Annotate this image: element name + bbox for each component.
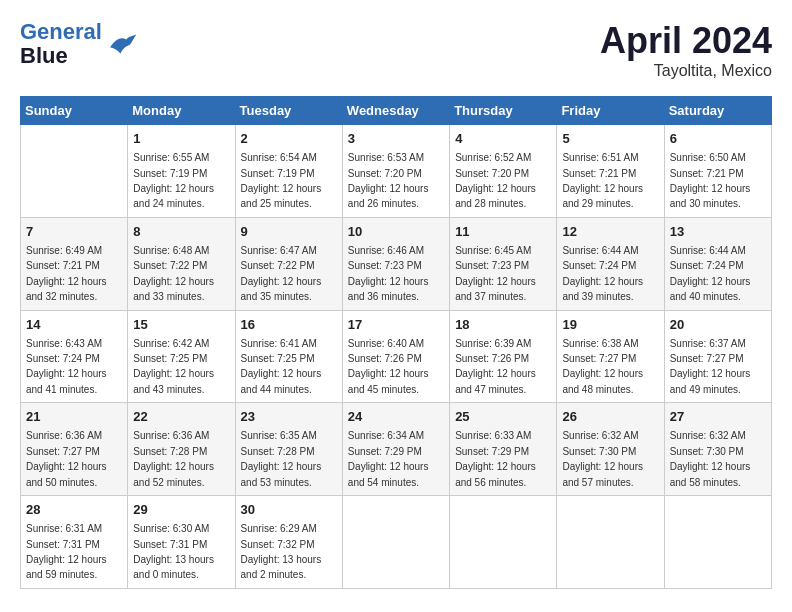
- day-info: Sunrise: 6:54 AM Sunset: 7:19 PM Dayligh…: [241, 152, 322, 209]
- logo-bird-icon: [106, 30, 138, 58]
- day-number: 13: [670, 223, 766, 241]
- calendar-cell: 17Sunrise: 6:40 AM Sunset: 7:26 PM Dayli…: [342, 310, 449, 403]
- calendar-cell: 19Sunrise: 6:38 AM Sunset: 7:27 PM Dayli…: [557, 310, 664, 403]
- page-header: GeneralBlue April 2024 Tayoltita, Mexico: [20, 20, 772, 80]
- day-number: 29: [133, 501, 229, 519]
- day-info: Sunrise: 6:44 AM Sunset: 7:24 PM Dayligh…: [562, 245, 643, 302]
- day-info: Sunrise: 6:43 AM Sunset: 7:24 PM Dayligh…: [26, 338, 107, 395]
- calendar-cell: [21, 125, 128, 218]
- day-number: 6: [670, 130, 766, 148]
- calendar-cell: 16Sunrise: 6:41 AM Sunset: 7:25 PM Dayli…: [235, 310, 342, 403]
- calendar-cell: 7Sunrise: 6:49 AM Sunset: 7:21 PM Daylig…: [21, 217, 128, 310]
- day-info: Sunrise: 6:51 AM Sunset: 7:21 PM Dayligh…: [562, 152, 643, 209]
- calendar-cell: 11Sunrise: 6:45 AM Sunset: 7:23 PM Dayli…: [450, 217, 557, 310]
- day-number: 11: [455, 223, 551, 241]
- week-row-2: 7Sunrise: 6:49 AM Sunset: 7:21 PM Daylig…: [21, 217, 772, 310]
- logo-text: GeneralBlue: [20, 20, 102, 68]
- day-info: Sunrise: 6:33 AM Sunset: 7:29 PM Dayligh…: [455, 430, 536, 487]
- day-info: Sunrise: 6:37 AM Sunset: 7:27 PM Dayligh…: [670, 338, 751, 395]
- calendar-cell: [450, 496, 557, 589]
- calendar-cell: 6Sunrise: 6:50 AM Sunset: 7:21 PM Daylig…: [664, 125, 771, 218]
- calendar-cell: 15Sunrise: 6:42 AM Sunset: 7:25 PM Dayli…: [128, 310, 235, 403]
- calendar-cell: 13Sunrise: 6:44 AM Sunset: 7:24 PM Dayli…: [664, 217, 771, 310]
- day-number: 19: [562, 316, 658, 334]
- day-number: 1: [133, 130, 229, 148]
- calendar-cell: 3Sunrise: 6:53 AM Sunset: 7:20 PM Daylig…: [342, 125, 449, 218]
- calendar-cell: 20Sunrise: 6:37 AM Sunset: 7:27 PM Dayli…: [664, 310, 771, 403]
- day-number: 9: [241, 223, 337, 241]
- day-info: Sunrise: 6:46 AM Sunset: 7:23 PM Dayligh…: [348, 245, 429, 302]
- col-header-saturday: Saturday: [664, 97, 771, 125]
- day-info: Sunrise: 6:38 AM Sunset: 7:27 PM Dayligh…: [562, 338, 643, 395]
- day-number: 3: [348, 130, 444, 148]
- day-info: Sunrise: 6:41 AM Sunset: 7:25 PM Dayligh…: [241, 338, 322, 395]
- calendar-table: SundayMondayTuesdayWednesdayThursdayFrid…: [20, 96, 772, 589]
- day-info: Sunrise: 6:32 AM Sunset: 7:30 PM Dayligh…: [670, 430, 751, 487]
- calendar-cell: 14Sunrise: 6:43 AM Sunset: 7:24 PM Dayli…: [21, 310, 128, 403]
- day-number: 10: [348, 223, 444, 241]
- day-number: 16: [241, 316, 337, 334]
- col-header-wednesday: Wednesday: [342, 97, 449, 125]
- calendar-cell: 23Sunrise: 6:35 AM Sunset: 7:28 PM Dayli…: [235, 403, 342, 496]
- week-row-1: 1Sunrise: 6:55 AM Sunset: 7:19 PM Daylig…: [21, 125, 772, 218]
- day-info: Sunrise: 6:40 AM Sunset: 7:26 PM Dayligh…: [348, 338, 429, 395]
- calendar-cell: 10Sunrise: 6:46 AM Sunset: 7:23 PM Dayli…: [342, 217, 449, 310]
- calendar-cell: 26Sunrise: 6:32 AM Sunset: 7:30 PM Dayli…: [557, 403, 664, 496]
- week-row-3: 14Sunrise: 6:43 AM Sunset: 7:24 PM Dayli…: [21, 310, 772, 403]
- calendar-cell: 9Sunrise: 6:47 AM Sunset: 7:22 PM Daylig…: [235, 217, 342, 310]
- calendar-cell: 5Sunrise: 6:51 AM Sunset: 7:21 PM Daylig…: [557, 125, 664, 218]
- day-number: 4: [455, 130, 551, 148]
- day-info: Sunrise: 6:49 AM Sunset: 7:21 PM Dayligh…: [26, 245, 107, 302]
- calendar-cell: 22Sunrise: 6:36 AM Sunset: 7:28 PM Dayli…: [128, 403, 235, 496]
- calendar-cell: 29Sunrise: 6:30 AM Sunset: 7:31 PM Dayli…: [128, 496, 235, 589]
- day-number: 8: [133, 223, 229, 241]
- day-info: Sunrise: 6:47 AM Sunset: 7:22 PM Dayligh…: [241, 245, 322, 302]
- day-number: 12: [562, 223, 658, 241]
- day-info: Sunrise: 6:42 AM Sunset: 7:25 PM Dayligh…: [133, 338, 214, 395]
- day-info: Sunrise: 6:39 AM Sunset: 7:26 PM Dayligh…: [455, 338, 536, 395]
- day-number: 23: [241, 408, 337, 426]
- logo: GeneralBlue: [20, 20, 138, 68]
- title-block: April 2024 Tayoltita, Mexico: [600, 20, 772, 80]
- calendar-cell: 30Sunrise: 6:29 AM Sunset: 7:32 PM Dayli…: [235, 496, 342, 589]
- day-info: Sunrise: 6:50 AM Sunset: 7:21 PM Dayligh…: [670, 152, 751, 209]
- col-header-friday: Friday: [557, 97, 664, 125]
- calendar-cell: 27Sunrise: 6:32 AM Sunset: 7:30 PM Dayli…: [664, 403, 771, 496]
- calendar-cell: 28Sunrise: 6:31 AM Sunset: 7:31 PM Dayli…: [21, 496, 128, 589]
- day-number: 7: [26, 223, 122, 241]
- day-info: Sunrise: 6:35 AM Sunset: 7:28 PM Dayligh…: [241, 430, 322, 487]
- day-number: 14: [26, 316, 122, 334]
- day-info: Sunrise: 6:29 AM Sunset: 7:32 PM Dayligh…: [241, 523, 322, 580]
- month-title: April 2024: [600, 20, 772, 62]
- col-header-thursday: Thursday: [450, 97, 557, 125]
- calendar-cell: 12Sunrise: 6:44 AM Sunset: 7:24 PM Dayli…: [557, 217, 664, 310]
- calendar-cell: 24Sunrise: 6:34 AM Sunset: 7:29 PM Dayli…: [342, 403, 449, 496]
- day-info: Sunrise: 6:55 AM Sunset: 7:19 PM Dayligh…: [133, 152, 214, 209]
- calendar-cell: 1Sunrise: 6:55 AM Sunset: 7:19 PM Daylig…: [128, 125, 235, 218]
- calendar-cell: 8Sunrise: 6:48 AM Sunset: 7:22 PM Daylig…: [128, 217, 235, 310]
- col-header-sunday: Sunday: [21, 97, 128, 125]
- day-number: 18: [455, 316, 551, 334]
- day-info: Sunrise: 6:32 AM Sunset: 7:30 PM Dayligh…: [562, 430, 643, 487]
- calendar-cell: 18Sunrise: 6:39 AM Sunset: 7:26 PM Dayli…: [450, 310, 557, 403]
- col-header-tuesday: Tuesday: [235, 97, 342, 125]
- calendar-cell: 25Sunrise: 6:33 AM Sunset: 7:29 PM Dayli…: [450, 403, 557, 496]
- day-number: 5: [562, 130, 658, 148]
- day-info: Sunrise: 6:53 AM Sunset: 7:20 PM Dayligh…: [348, 152, 429, 209]
- day-number: 17: [348, 316, 444, 334]
- day-number: 22: [133, 408, 229, 426]
- day-info: Sunrise: 6:31 AM Sunset: 7:31 PM Dayligh…: [26, 523, 107, 580]
- day-number: 24: [348, 408, 444, 426]
- day-info: Sunrise: 6:44 AM Sunset: 7:24 PM Dayligh…: [670, 245, 751, 302]
- day-number: 25: [455, 408, 551, 426]
- day-number: 21: [26, 408, 122, 426]
- day-info: Sunrise: 6:52 AM Sunset: 7:20 PM Dayligh…: [455, 152, 536, 209]
- day-number: 20: [670, 316, 766, 334]
- day-number: 30: [241, 501, 337, 519]
- calendar-cell: [342, 496, 449, 589]
- calendar-cell: [557, 496, 664, 589]
- day-number: 28: [26, 501, 122, 519]
- day-info: Sunrise: 6:48 AM Sunset: 7:22 PM Dayligh…: [133, 245, 214, 302]
- location-subtitle: Tayoltita, Mexico: [600, 62, 772, 80]
- calendar-cell: 2Sunrise: 6:54 AM Sunset: 7:19 PM Daylig…: [235, 125, 342, 218]
